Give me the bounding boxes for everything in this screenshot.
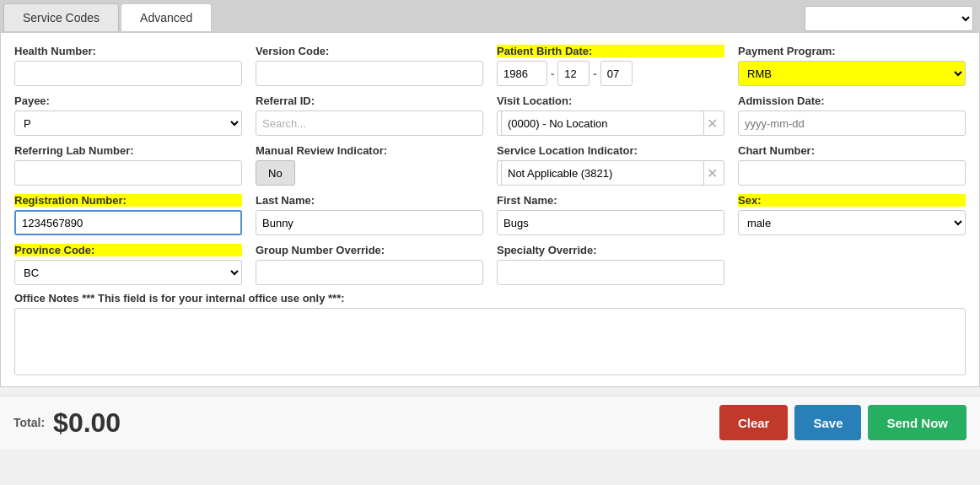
admission-date-input[interactable] [738, 110, 966, 136]
office-notes-section: Office Notes *** This field is for your … [14, 292, 966, 378]
health-number-label: Health Number: [14, 45, 242, 57]
top-right-dropdown[interactable] [805, 6, 973, 31]
referring-lab-number-label: Referring Lab Number: [14, 144, 242, 157]
first-name-group: First Name: [497, 194, 724, 235]
clear-button[interactable]: Clear [719, 405, 789, 440]
empty-col [738, 244, 966, 285]
office-notes-label: Office Notes *** This field is for your … [14, 292, 966, 304]
chart-number-group: Chart Number: [738, 144, 966, 186]
health-number-input[interactable] [14, 61, 242, 86]
manual-review-no-button[interactable]: No [256, 160, 295, 186]
admission-date-group: Admission Date: [738, 94, 966, 136]
last-name-label: Last Name: [256, 194, 483, 207]
province-code-group: Province Code: BC AB ON [14, 244, 242, 285]
service-location-group: Service Location Indicator: ✕ [497, 144, 724, 186]
version-code-input[interactable] [256, 61, 483, 86]
sex-label: Sex: [738, 194, 966, 207]
manual-review-label: Manual Review Indicator: [256, 144, 483, 157]
health-number-group: Health Number: [14, 45, 242, 86]
tab-service-codes[interactable]: Service Codes [3, 3, 119, 31]
visit-location-clear-icon[interactable]: ✕ [704, 116, 720, 132]
referring-lab-number-group: Referring Lab Number: [14, 144, 242, 186]
specialty-override-group: Specialty Override: [497, 244, 724, 285]
chart-number-input[interactable] [738, 160, 966, 186]
registration-number-label: Registration Number: [14, 194, 242, 207]
patient-birth-date-label: Patient Birth Date: [497, 45, 724, 57]
service-location-field: ✕ [497, 160, 724, 186]
referring-lab-number-input[interactable] [14, 160, 242, 186]
payee-select[interactable]: P [14, 110, 242, 136]
referral-id-input[interactable] [256, 110, 483, 136]
group-number-override-group: Group Number Override: [256, 244, 483, 285]
first-name-input[interactable] [497, 210, 724, 235]
total-section: Total: $0.00 [13, 407, 121, 439]
group-number-override-label: Group Number Override: [256, 244, 483, 256]
version-code-group: Version Code: [256, 45, 483, 86]
save-button[interactable]: Save [794, 405, 861, 440]
total-amount: $0.00 [53, 407, 121, 439]
chart-number-label: Chart Number: [738, 144, 966, 157]
specialty-override-input[interactable] [497, 260, 724, 285]
payee-label: Payee: [14, 94, 242, 107]
sex-select[interactable]: male female other [738, 210, 966, 235]
last-name-input[interactable] [256, 210, 483, 235]
service-location-input[interactable] [501, 160, 704, 186]
province-code-label: Province Code: [14, 244, 242, 256]
visit-location-field: ✕ [497, 110, 724, 136]
last-name-group: Last Name: [256, 194, 483, 235]
registration-number-input[interactable] [14, 210, 242, 235]
group-number-override-input[interactable] [256, 260, 483, 285]
footer-bar: Total: $0.00 Clear Save Send Now [0, 396, 980, 449]
specialty-override-label: Specialty Override: [497, 244, 724, 256]
payment-program-label: Payment Program: [738, 45, 966, 57]
total-label: Total: [13, 416, 45, 429]
send-now-button[interactable]: Send Now [868, 405, 967, 440]
birth-day-input[interactable] [600, 61, 633, 86]
service-location-label: Service Location Indicator: [497, 144, 724, 157]
sex-group: Sex: male female other [738, 194, 966, 235]
payee-group: Payee: P [14, 94, 242, 136]
birth-year-input[interactable] [497, 61, 547, 86]
office-notes-textarea[interactable] [14, 308, 966, 375]
admission-date-label: Admission Date: [738, 94, 966, 107]
date-dash-1: - [551, 67, 554, 80]
patient-birth-date-group: Patient Birth Date: - - [497, 45, 724, 86]
manual-review-group: Manual Review Indicator: No [256, 144, 483, 186]
referral-id-label: Referral ID: [256, 94, 483, 107]
visit-location-input[interactable] [501, 110, 704, 136]
payment-program-select[interactable]: RMB [738, 61, 966, 86]
birth-month-input[interactable] [557, 61, 590, 86]
visit-location-group: Visit Location: ✕ [497, 94, 724, 136]
tab-advanced[interactable]: Advanced [121, 3, 212, 31]
payment-program-group: Payment Program: RMB [738, 45, 966, 86]
registration-number-group: Registration Number: [14, 194, 242, 235]
first-name-label: First Name: [497, 194, 724, 207]
version-code-label: Version Code: [256, 45, 483, 57]
province-code-select[interactable]: BC AB ON [14, 260, 242, 285]
footer-buttons: Clear Save Send Now [719, 405, 967, 440]
referral-id-group: Referral ID: [256, 94, 483, 136]
date-dash-2: - [593, 67, 596, 80]
visit-location-label: Visit Location: [497, 94, 724, 107]
service-location-clear-icon[interactable]: ✕ [704, 165, 720, 181]
